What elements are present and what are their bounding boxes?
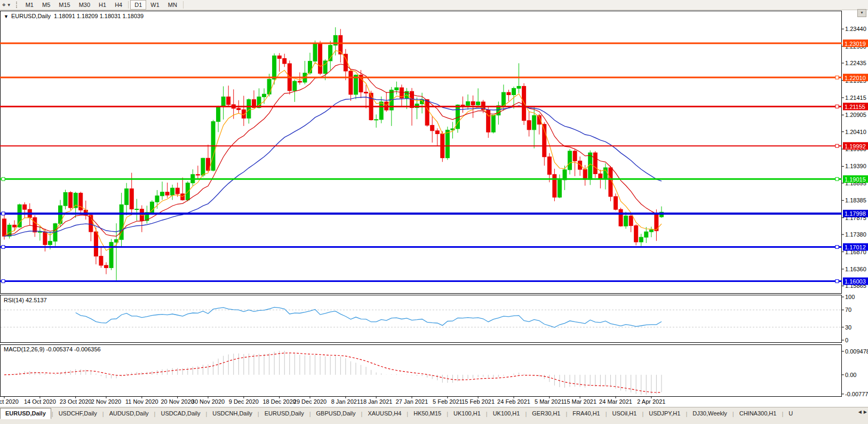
svg-text:1.16360: 1.16360 [845, 266, 866, 272]
tab-ger30-h1[interactable]: GER30,H1 [527, 409, 565, 419]
svg-text:23 Oct 2020: 23 Oct 2020 [60, 398, 92, 405]
svg-text:0.009478: 0.009478 [845, 348, 868, 355]
ohlc-values: 1.18091 1.18209 1.18031 1.18039 [54, 13, 144, 19]
svg-text:15 Feb 2021: 15 Feb 2021 [461, 398, 495, 405]
svg-text:1.18385: 1.18385 [845, 197, 866, 203]
svg-text:8 Jan 2021: 8 Jan 2021 [331, 398, 360, 405]
svg-text:1.21155: 1.21155 [845, 104, 865, 110]
tab-u[interactable]: U [784, 409, 798, 419]
svg-text:5 Mar 2021: 5 Mar 2021 [535, 398, 564, 405]
svg-text:27 Jan 2021: 27 Jan 2021 [396, 398, 428, 405]
tab-xauusd-h4[interactable]: XAUUSD,H4 [363, 409, 406, 419]
svg-text:30 Nov 2020: 30 Nov 2020 [192, 398, 225, 405]
tab-audusd-daily[interactable]: AUDUSD,Daily [105, 409, 154, 419]
svg-text:1.21415: 1.21415 [845, 95, 866, 101]
svg-text:0.00: 0.00 [845, 372, 856, 378]
svg-text:1.19015: 1.19015 [845, 176, 866, 183]
svg-text:9 Dec 2020: 9 Dec 2020 [229, 398, 259, 405]
tab-usoil-h1[interactable]: USOil,H1 [608, 409, 642, 419]
tab-fra40-h1[interactable]: FRA40,H1 [568, 409, 604, 419]
chart-scroll-button[interactable]: ▼ [857, 9, 866, 17]
tab-uk100-h1[interactable]: UK100,H1 [449, 409, 485, 419]
tab-usdjpy-h1[interactable]: USDJPY,H1 [644, 409, 685, 419]
svg-text:20 Nov 2020: 20 Nov 2020 [161, 398, 194, 405]
window-bottom-strip [0, 420, 868, 424]
svg-text:1.17012: 1.17012 [845, 244, 866, 250]
svg-text:1.23440: 1.23440 [845, 26, 866, 32]
tab-usdcad-daily[interactable]: USDCAD,Daily [156, 409, 205, 419]
tabs-scroll-left[interactable]: ◀ [858, 410, 862, 414]
svg-text:5 Oct 2020: 5 Oct 2020 [0, 398, 19, 405]
chart-canvas[interactable]: 1.234401.229301.224351.219251.214151.209… [0, 0, 868, 407]
chart-title: ▼EURUSD,Daily 1.18091 1.18209 1.18031 1.… [4, 13, 144, 19]
svg-text:1.22010: 1.22010 [845, 75, 866, 81]
svg-text:11 Nov 2020: 11 Nov 2020 [125, 398, 158, 405]
svg-text:1.20905: 1.20905 [845, 112, 866, 118]
svg-text:1.17998: 1.17998 [845, 210, 866, 217]
macd-label: MACD(12,26,9) -0.005374 -0.006356 [4, 346, 101, 352]
svg-text:70: 70 [845, 307, 851, 313]
tab-hk50-m15[interactable]: HK50,M15 [409, 409, 446, 419]
tab-china300-h1[interactable]: CHINA300,H1 [735, 409, 782, 419]
svg-text:1.19390: 1.19390 [845, 163, 866, 169]
svg-text:5 Feb 2021: 5 Feb 2021 [433, 398, 463, 405]
svg-text:18 Dec 2020: 18 Dec 2020 [263, 398, 296, 405]
svg-text:1.19992: 1.19992 [845, 143, 866, 150]
symbol-label: EURUSD,Daily [11, 13, 51, 19]
svg-text:1.17380: 1.17380 [845, 231, 866, 238]
svg-text:1.22435: 1.22435 [845, 60, 866, 66]
svg-text:15 Mar 2021: 15 Mar 2021 [563, 398, 596, 405]
tab-usdcnh-daily[interactable]: USDCNH,Daily [208, 409, 257, 419]
svg-text:2 Nov 2020: 2 Nov 2020 [91, 398, 121, 405]
svg-text:29 Dec 2020: 29 Dec 2020 [293, 398, 327, 405]
tab-gbpusd-daily[interactable]: GBPUSD,Daily [312, 409, 361, 419]
svg-text:14 Oct 2020: 14 Oct 2020 [24, 398, 56, 405]
tabs-scroll-right[interactable]: ▶ [864, 410, 867, 414]
svg-text:24 Mar 2021: 24 Mar 2021 [599, 398, 632, 405]
svg-text:100: 100 [845, 294, 855, 300]
svg-text:18 Jan 2021: 18 Jan 2021 [360, 398, 393, 405]
tab-uk100-h1[interactable]: UK100,H1 [488, 409, 525, 419]
svg-text:2 Apr 2021: 2 Apr 2021 [637, 398, 665, 405]
svg-text:24 Feb 2021: 24 Feb 2021 [497, 398, 530, 405]
svg-text:-0.007778: -0.007778 [845, 391, 868, 397]
svg-text:0: 0 [845, 337, 848, 343]
chart-tab-bar: EURUSD,Daily|USDCHF,Daily|AUDUSD,Daily|U… [0, 407, 868, 420]
svg-text:1.16003: 1.16003 [845, 278, 866, 285]
svg-text:30: 30 [845, 324, 851, 331]
rsi-label: RSI(14) 42.5137 [4, 297, 47, 303]
svg-text:1.20410: 1.20410 [845, 129, 866, 135]
svg-text:1.23019: 1.23019 [845, 41, 866, 47]
tab-dj30-weekly[interactable]: DJ30,Weekly [688, 409, 732, 419]
tab-usdchf-daily[interactable]: USDCHF,Daily [54, 409, 102, 419]
tab-eurusd-daily[interactable]: EURUSD,Daily [0, 408, 51, 419]
symbol-dropdown-icon[interactable]: ▼ [4, 14, 9, 19]
tab-eurusd-daily[interactable]: EURUSD,Daily [260, 409, 309, 419]
